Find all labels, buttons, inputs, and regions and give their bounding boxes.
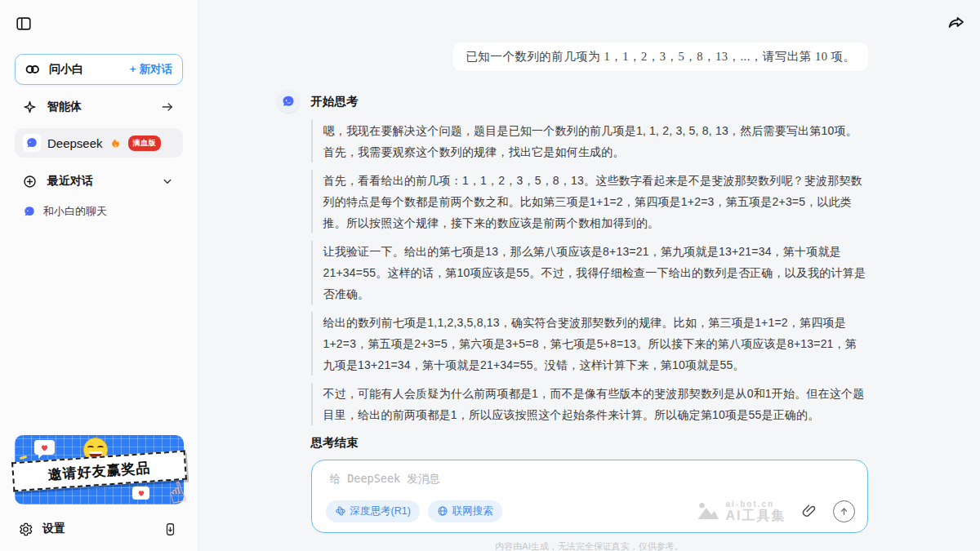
wenxiaobai-logo-icon xyxy=(24,60,42,78)
send-button[interactable] xyxy=(833,500,855,522)
deep-think-label: 深度思考(R1) xyxy=(350,504,411,518)
composer-toolbar: 深度思考(R1) 联网搜索 ai-bot.cn AI工具集 xyxy=(326,499,855,523)
chat-main: 已知一个数列的前几项为 1，1，2，3，5，8，13，...，请写出第 10 项… xyxy=(198,0,980,551)
gear-icon[interactable] xyxy=(18,522,33,537)
deepseek-whale-icon xyxy=(23,134,41,152)
thinking-paragraph: 首先，看看给出的前几项：1，1，2，3，5，8，13。这些数字看起来是不是斐波那… xyxy=(311,170,868,233)
thinking-end-label: 思考结束 xyxy=(311,435,868,451)
invite-banner[interactable]: 邀请好友赢奖品 ☝ xyxy=(15,435,184,504)
thinking-paragraph: 不过，可能有人会质疑为什么前两项都是1，而不是像有些版本的斐波那契数列是从0和1… xyxy=(311,383,868,425)
arrow-right-icon[interactable] xyxy=(160,100,175,114)
flame-icon xyxy=(109,137,122,149)
new-chat-button[interactable]: + 新对话 xyxy=(130,62,172,77)
watermark-logo-icon xyxy=(696,499,720,523)
thinking-paragraph: 给出的数列前七项是1,1,2,3,5,8,13，确实符合斐波那契数列的规律。比如… xyxy=(311,312,868,375)
thinking-paragraph: 嗯，我现在要解决这个问题，题目是已知一个数列的前几项是1, 1, 2, 3, 5… xyxy=(311,120,868,162)
brand-name: 问小白 xyxy=(49,62,83,77)
banner-text: 邀请好友赢奖品 xyxy=(47,458,151,484)
ai-disclaimer: 内容由AI生成，无法完全保证真实，仅供参考。 xyxy=(311,540,868,551)
brand-card[interactable]: 问小白 + 新对话 xyxy=(15,54,183,85)
thinking-start-label: 开始思考 xyxy=(311,94,359,109)
download-app-icon[interactable] xyxy=(163,522,178,537)
settings-label[interactable]: 设置 xyxy=(42,522,65,536)
composer-placeholder: 给 DeepSeek 发消息 xyxy=(330,472,440,487)
circle-plus-icon xyxy=(22,174,38,189)
sidebar-item-recent[interactable]: 最近对话 xyxy=(15,169,183,193)
chevron-down-icon[interactable] xyxy=(160,174,175,189)
thinking-paragraph: 让我验证一下。给出的第七项是13，那么第八项应该是8+13=21，第九项就是13… xyxy=(311,241,868,304)
sparkle-icon xyxy=(22,100,38,115)
recent-chat-item[interactable]: 和小白的聊天 xyxy=(15,200,183,223)
chat-content: 已知一个数列的前几项为 1，1，2，3，5，8，13，...，请写出第 10 项… xyxy=(311,0,868,551)
recent-label: 最近对话 xyxy=(47,174,93,189)
share-icon[interactable] xyxy=(947,13,966,33)
sidebar-item-deepseek[interactable]: Deepseek 满血版 xyxy=(15,128,183,158)
watermark: ai-bot.cn AI工具集 xyxy=(696,499,786,523)
sidebar-toggle-icon[interactable] xyxy=(15,15,33,33)
recent-chat-title: 和小白的聊天 xyxy=(43,204,107,219)
agents-label: 智能体 xyxy=(47,100,82,114)
web-search-toggle[interactable]: 联网搜索 xyxy=(428,500,502,522)
deepseek-badge: 满血版 xyxy=(128,136,162,151)
settings-row: 设置 xyxy=(15,517,183,541)
attachment-icon[interactable] xyxy=(801,503,817,519)
message-composer[interactable]: 给 DeepSeek 发消息 深度思考(R1) 联网搜索 ai-bot.cn A… xyxy=(311,460,868,533)
watermark-url: ai-bot.cn xyxy=(726,500,786,509)
deepseek-label: Deepseek xyxy=(47,136,103,150)
deepseek-avatar xyxy=(277,90,300,113)
user-message-bubble: 已知一个数列的前几项为 1，1，2，3，5，8，13，...，请写出第 10 项… xyxy=(453,42,867,71)
sidebar-item-agents[interactable]: 智能体 xyxy=(15,95,183,119)
watermark-name: AI工具集 xyxy=(726,509,786,523)
user-message-row: 已知一个数列的前几项为 1，1，2，3，5，8，13，...，请写出第 10 项… xyxy=(311,42,868,71)
heart-bubble-icon xyxy=(34,440,55,455)
pointing-hand-icon: ☝ xyxy=(164,475,190,511)
heart-bubble-icon xyxy=(132,487,149,500)
web-search-label: 联网搜索 xyxy=(452,504,493,518)
sidebar: 问小白 + 新对话 智能体 Deepseek 满血版 最近对话 xyxy=(0,0,198,551)
deep-think-toggle[interactable]: 深度思考(R1) xyxy=(326,500,420,522)
thinking-start-header: 开始思考 xyxy=(311,90,868,113)
whale-icon xyxy=(23,205,36,218)
